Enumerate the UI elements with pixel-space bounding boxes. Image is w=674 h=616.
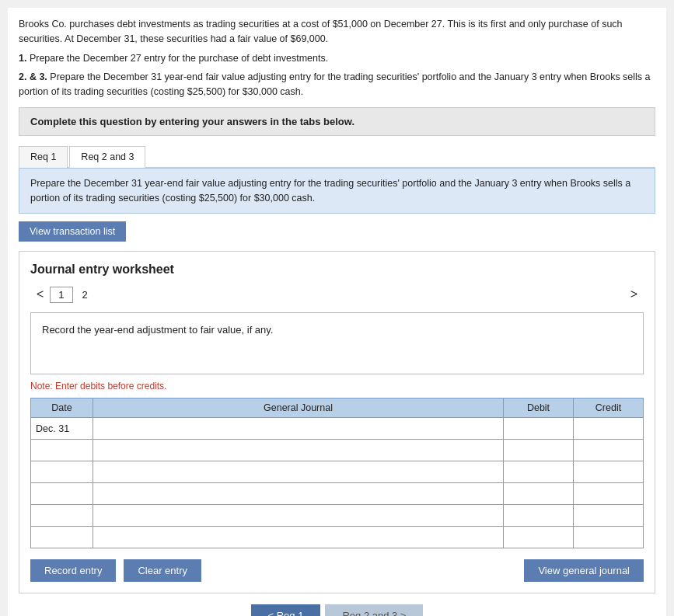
credit-cell-1[interactable] [574,418,644,440]
problem-text-2: 1. Prepare the December 27 entry for the… [19,51,655,66]
gj-input-1[interactable] [93,418,503,439]
date-cell-2 [31,440,93,461]
tab-req1[interactable]: Req 1 [19,146,68,168]
page-container: Brooks Co. purchases debt investments as… [8,8,666,616]
gj-input-2[interactable] [93,440,503,461]
gj-cell-2[interactable] [93,440,504,461]
next-page-number: 2 [79,287,91,302]
credit-cell-5[interactable] [574,505,644,527]
date-cell-1: Dec. 31 [31,418,93,440]
gj-cell-3[interactable] [93,461,504,483]
date-cell-4 [31,483,93,505]
problem-text: Brooks Co. purchases debt investments as… [19,17,655,99]
instruction-box: Complete this question by entering your … [19,107,655,136]
gj-input-4[interactable] [93,483,503,504]
nav-row: < 1 2 > [30,286,644,303]
credit-cell-4[interactable] [574,483,644,505]
date-cell-3 [31,461,93,483]
instruction-card-text: Record the year-end adjustment to fair v… [42,324,273,336]
debit-cell-1[interactable] [504,418,574,440]
worksheet-container: Journal entry worksheet < 1 2 > Record t… [19,251,655,593]
credit-cell-2[interactable] [574,440,644,461]
credit-input-5[interactable] [574,505,643,526]
gj-cell-4[interactable] [93,483,504,505]
header-debit: Debit [504,398,574,418]
view-transaction-button[interactable]: View transaction list [19,221,126,242]
note-text: Note: Enter debits before credits. [30,381,644,392]
credit-cell-3[interactable] [574,461,644,483]
debit-cell-6[interactable] [504,527,574,548]
debit-cell-5[interactable] [504,505,574,527]
gj-cell-1[interactable] [93,418,504,440]
header-date: Date [31,398,93,418]
header-credit: Credit [574,398,644,418]
gj-cell-6[interactable] [93,527,504,548]
bottom-nav: < Req 1 Req 2 and 3 > [19,604,655,616]
debit-cell-3[interactable] [504,461,574,483]
credit-input-4[interactable] [574,483,643,504]
table-row [31,505,644,527]
tabs-row: Req 1 Req 2 and 3 [19,145,655,168]
problem-text-3: 2. & 3. Prepare the December 31 year-end… [19,70,655,99]
credit-input-6[interactable] [574,527,643,548]
debit-input-4[interactable] [504,483,573,504]
debit-input-6[interactable] [504,527,573,548]
table-row [31,483,644,505]
debit-input-2[interactable] [504,440,573,461]
debit-input-5[interactable] [504,505,573,526]
credit-input-3[interactable] [574,461,643,482]
record-entry-button[interactable]: Record entry [30,559,116,582]
debit-input-1[interactable] [504,418,573,439]
current-page-number: 1 [50,287,72,303]
gj-input-5[interactable] [93,505,503,526]
gj-input-6[interactable] [93,527,503,548]
table-row: Dec. 31 [31,418,644,440]
debit-cell-4[interactable] [504,483,574,505]
problem-text-1: Brooks Co. purchases debt investments as… [19,17,655,47]
tab-req2and3[interactable]: Req 2 and 3 [69,146,145,168]
bottom-next-button[interactable]: Req 2 and 3 > [325,604,423,616]
table-row [31,440,644,461]
worksheet-title: Journal entry worksheet [30,263,644,277]
journal-table: Date General Journal Debit Credit Dec. 3… [30,398,644,548]
bottom-prev-button[interactable]: < Req 1 [251,604,321,616]
table-row [31,461,644,483]
buttons-row: Record entry Clear entry View general jo… [30,559,644,582]
req-description: Prepare the December 31 year-end fair va… [19,168,655,214]
table-row [31,527,644,548]
header-general-journal: General Journal [93,398,504,418]
prev-page-button[interactable]: < [30,286,50,303]
instruction-text: Complete this question by entering your … [30,116,354,127]
gj-input-3[interactable] [93,461,503,482]
debit-input-3[interactable] [504,461,573,482]
gj-cell-5[interactable] [93,505,504,527]
table-header-row: Date General Journal Debit Credit [31,398,644,418]
credit-input-1[interactable] [574,418,643,439]
credit-cell-6[interactable] [574,527,644,548]
next-page-button[interactable]: > [624,286,644,303]
credit-input-2[interactable] [574,440,643,461]
view-general-journal-button[interactable]: View general journal [524,559,644,582]
date-cell-5 [31,505,93,527]
debit-cell-2[interactable] [504,440,574,461]
instruction-card: Record the year-end adjustment to fair v… [30,312,644,374]
date-cell-6 [31,527,93,548]
clear-entry-button[interactable]: Clear entry [124,559,201,582]
